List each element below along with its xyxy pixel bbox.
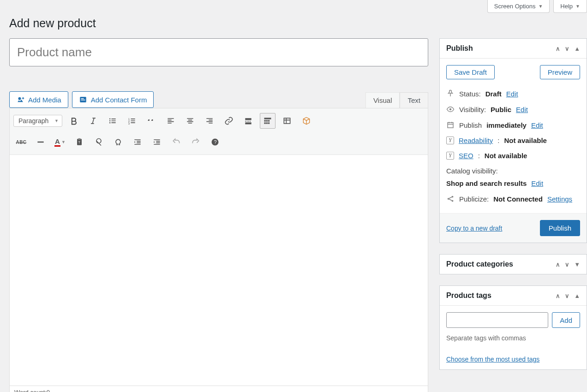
- side-column: Publish ∧ ∨ ▲ Save Draft Preview Status:…: [439, 38, 587, 381]
- preview-button[interactable]: Preview: [540, 65, 580, 79]
- svg-rect-14: [268, 120, 270, 121]
- redo-button[interactable]: [188, 134, 204, 150]
- edit-date-link[interactable]: Edit: [531, 121, 543, 129]
- editor: Paragraph 123: [9, 108, 428, 386]
- svg-point-3: [109, 119, 111, 120]
- seo-suffix: :: [478, 152, 480, 160]
- tag-note: Separate tags with commas: [446, 334, 580, 342]
- publish-date-value: immediately: [486, 121, 527, 129]
- svg-text:3: 3: [128, 122, 130, 125]
- svg-rect-13: [266, 120, 268, 121]
- product-tags-head[interactable]: Product tags ∧ ∨ ▲: [440, 286, 587, 306]
- strikethrough-button[interactable]: ABC: [13, 134, 29, 150]
- italic-button[interactable]: [85, 113, 101, 129]
- text-color-button[interactable]: A▼: [52, 134, 68, 150]
- publish-head[interactable]: Publish ∧ ∨ ▲: [440, 39, 587, 59]
- svg-rect-20: [78, 138, 81, 140]
- readability-link[interactable]: Readability: [459, 137, 493, 144]
- svg-rect-16: [266, 122, 268, 124]
- table-button[interactable]: [279, 113, 295, 129]
- product-name-input[interactable]: [9, 38, 428, 66]
- share-icon: [446, 195, 455, 203]
- move-up-icon[interactable]: ∧: [556, 292, 560, 299]
- svg-point-5: [109, 122, 111, 124]
- seo-value: Not available: [485, 152, 527, 160]
- publish-metabox: Publish ∧ ∨ ▲ Save Draft Preview Status:…: [439, 38, 587, 243]
- status-value: Draft: [485, 90, 502, 98]
- move-down-icon[interactable]: ∨: [565, 292, 569, 299]
- product-categories-metabox: Product categories ∧ ∨ ▼: [439, 254, 587, 274]
- special-char-button[interactable]: [110, 134, 126, 150]
- tab-visual[interactable]: Visual: [365, 92, 400, 108]
- caret-down-icon: ▼: [575, 4, 580, 9]
- main-column: Add Media Add Contact Form Visual Text P…: [9, 38, 428, 392]
- move-down-icon[interactable]: ∨: [565, 261, 569, 268]
- link-button[interactable]: [221, 113, 237, 129]
- move-up-icon[interactable]: ∧: [556, 261, 560, 268]
- svg-rect-11: [264, 118, 271, 119]
- editor-toolbar: Paragraph 123: [10, 108, 428, 155]
- svg-rect-9: [245, 118, 251, 120]
- add-tag-button[interactable]: Add: [552, 312, 580, 328]
- eye-icon: [446, 105, 455, 113]
- undo-button[interactable]: [168, 134, 184, 150]
- content-editor[interactable]: [10, 155, 428, 386]
- publicize-settings-link[interactable]: Settings: [547, 195, 572, 203]
- product-tags-title: Product tags: [446, 291, 491, 300]
- help-tab[interactable]: Help ▼: [553, 0, 587, 13]
- publish-title: Publish: [446, 44, 473, 53]
- edit-visibility-link[interactable]: Edit: [516, 106, 528, 113]
- publish-button[interactable]: Publish: [540, 220, 580, 236]
- paste-text-button[interactable]: T: [72, 134, 87, 150]
- add-contact-form-button[interactable]: Add Contact Form: [72, 91, 154, 108]
- svg-rect-18: [284, 118, 290, 124]
- toggle-panel-icon[interactable]: ▼: [574, 261, 580, 268]
- edit-catalog-link[interactable]: Edit: [531, 179, 543, 187]
- edit-status-link[interactable]: Edit: [506, 90, 518, 98]
- read-more-button[interactable]: [240, 113, 256, 129]
- svg-rect-12: [264, 120, 266, 121]
- svg-rect-17: [268, 122, 270, 124]
- toolbar-toggle-button[interactable]: [260, 113, 276, 129]
- publicize-label: Publicize:: [459, 195, 489, 203]
- bullet-list-button[interactable]: [105, 113, 120, 129]
- clear-formatting-button[interactable]: [91, 134, 107, 150]
- horizontal-rule-button[interactable]: [33, 134, 48, 150]
- publish-date-label: Publish: [459, 121, 482, 129]
- copy-draft-link[interactable]: Copy to a new draft: [446, 225, 502, 232]
- screen-options-label: Screen Options: [494, 3, 536, 10]
- seo-link[interactable]: SEO: [459, 152, 473, 160]
- calendar-icon: [446, 121, 455, 129]
- toggle-panel-icon[interactable]: ▲: [574, 292, 580, 299]
- svg-point-4: [109, 120, 111, 122]
- toggle-panel-icon[interactable]: ▲: [574, 45, 580, 52]
- product-categories-head[interactable]: Product categories ∧ ∨ ▼: [440, 255, 587, 274]
- tag-input[interactable]: [446, 312, 548, 328]
- move-down-icon[interactable]: ∨: [565, 45, 569, 52]
- choose-tags-link[interactable]: Choose from the most used tags: [446, 356, 539, 363]
- screen-options-tab[interactable]: Screen Options ▼: [487, 0, 550, 13]
- align-center-button[interactable]: [182, 113, 198, 129]
- move-up-icon[interactable]: ∧: [556, 45, 560, 52]
- align-right-button[interactable]: [202, 113, 217, 129]
- visibility-label: Visibility:: [459, 106, 486, 113]
- outdent-button[interactable]: [130, 134, 145, 150]
- svg-point-24: [449, 108, 452, 111]
- help-label: Help: [560, 3, 573, 10]
- bold-button[interactable]: [66, 113, 82, 129]
- add-media-button[interactable]: Add Media: [9, 91, 68, 108]
- save-draft-button[interactable]: Save Draft: [446, 65, 495, 79]
- add-contact-form-label: Add Contact Form: [91, 96, 147, 104]
- svg-rect-25: [448, 123, 453, 128]
- number-list-button[interactable]: 123: [124, 113, 140, 129]
- help-button[interactable]: ?: [207, 134, 223, 150]
- blockquote-button[interactable]: [144, 113, 159, 129]
- box-icon-button[interactable]: [299, 113, 314, 129]
- word-count-label: Word count:: [14, 389, 47, 392]
- indent-button[interactable]: [149, 134, 165, 150]
- yoast-icon: Y: [446, 152, 454, 160]
- align-left-button[interactable]: [163, 113, 179, 129]
- format-select[interactable]: Paragraph: [13, 115, 62, 127]
- tab-text[interactable]: Text: [400, 92, 428, 108]
- visibility-value: Public: [491, 106, 511, 113]
